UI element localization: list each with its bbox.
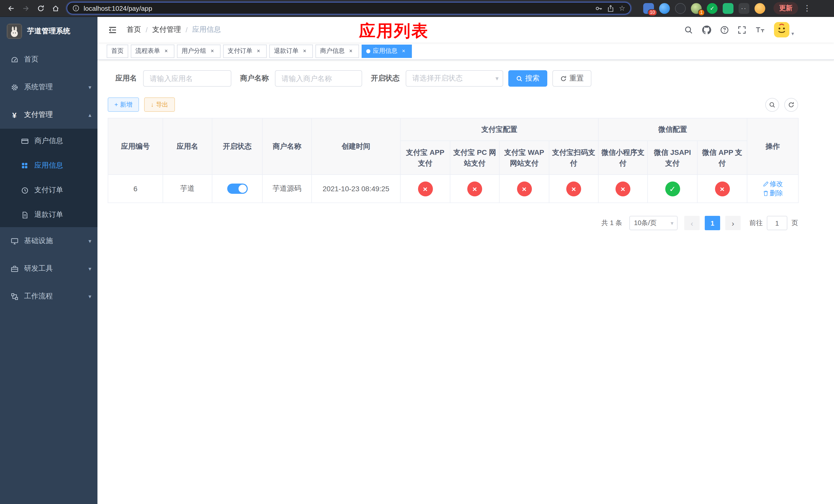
address-bar[interactable]: localhost:1024/pay/app ☆ xyxy=(67,2,631,14)
breadcrumb-home[interactable]: 首页 xyxy=(127,25,141,35)
close-icon[interactable]: × xyxy=(400,47,407,54)
sidebar-item-refund-order[interactable]: 退款订单 xyxy=(0,203,97,227)
github-icon[interactable] xyxy=(702,25,711,35)
table-row: 6 芋道 芋道源码 2021-10-23 08:49:25 × × × × × xyxy=(108,175,798,203)
share-icon[interactable] xyxy=(607,4,615,12)
reset-button[interactable]: 重置 xyxy=(552,70,591,87)
wechat-lite-status-icon: × xyxy=(615,181,630,196)
total-count: 共 1 条 xyxy=(601,219,622,228)
alipay-wap-status-icon: × xyxy=(517,181,532,196)
browser-menu-icon[interactable]: ⋮ xyxy=(803,4,811,13)
search-icon[interactable] xyxy=(684,25,693,34)
breadcrumb-payment[interactable]: 支付管理 xyxy=(152,25,181,35)
goto-page-input[interactable] xyxy=(767,216,787,230)
cell-app-name: 芋道 xyxy=(163,175,212,203)
extension-icon-2[interactable] xyxy=(659,3,670,14)
sidebar-item-payment[interactable]: ¥ 支付管理 ▴ xyxy=(0,101,97,129)
col-app-id: 应用编号 xyxy=(108,118,163,175)
extension-icon-8[interactable] xyxy=(754,3,765,14)
page-1-button[interactable]: 1 xyxy=(705,216,720,230)
sidebar-item-home[interactable]: 首页 xyxy=(0,46,97,73)
col-alipay-wap: 支付宝 WAP 网站支付 xyxy=(499,141,549,175)
reload-button[interactable] xyxy=(34,1,48,15)
app-logo-row[interactable]: 芋道管理系统 xyxy=(0,17,97,46)
export-button[interactable]: ↓ 导出 xyxy=(144,97,175,112)
url-text[interactable]: localhost:1024/pay/app xyxy=(84,4,591,12)
col-wechat-app: 微信 APP 支付 xyxy=(697,141,747,175)
password-key-icon[interactable] xyxy=(595,4,603,12)
close-icon[interactable]: × xyxy=(209,47,216,54)
font-size-icon[interactable] xyxy=(755,26,765,34)
site-info-icon[interactable] xyxy=(72,5,80,12)
tab-user-group[interactable]: 用户分组 × xyxy=(177,44,221,58)
fullscreen-icon[interactable] xyxy=(738,25,746,34)
tab-app-info[interactable]: 应用信息 × xyxy=(361,44,412,58)
col-app-name: 应用名 xyxy=(163,118,212,175)
home-button[interactable] xyxy=(49,1,63,15)
chevron-down-icon: ▾ xyxy=(791,31,794,38)
search-button[interactable]: 搜索 xyxy=(508,70,547,87)
sidebar-item-system[interactable]: 系统管理 ▾ xyxy=(0,73,97,101)
extension-icon-6[interactable] xyxy=(723,3,733,14)
sidebar-item-merchant-info[interactable]: 商户信息 xyxy=(0,129,97,153)
enabled-toggle[interactable] xyxy=(227,184,247,194)
tab-pay-order[interactable]: 支付订单 × xyxy=(223,44,267,58)
extension-icon-7[interactable]: ·· xyxy=(739,3,749,14)
help-icon[interactable] xyxy=(720,25,729,34)
delete-button[interactable]: 删除 xyxy=(763,189,783,198)
sidebar-toggle-icon[interactable] xyxy=(105,25,120,35)
page-size-select[interactable]: 10条/页 ▾ xyxy=(629,216,678,230)
edit-button[interactable]: 修改 xyxy=(763,180,783,189)
navbar-actions: ▾ xyxy=(684,22,794,38)
cell-merchant-name: 芋道源码 xyxy=(262,175,312,203)
user-menu[interactable]: ▾ xyxy=(774,22,794,38)
bookmark-star-icon[interactable]: ☆ xyxy=(619,4,625,12)
extension-icon-5[interactable]: ✓ xyxy=(707,3,718,14)
status-label: 开启状态 xyxy=(371,74,399,83)
col-status: 开启状态 xyxy=(212,118,262,175)
chevron-down-icon: ▾ xyxy=(88,293,91,300)
extension-badge: 1 xyxy=(698,9,705,16)
toggle-search-button[interactable] xyxy=(765,98,779,112)
wechat-jsapi-status-icon: ✓ xyxy=(665,181,680,196)
extension-icon-4[interactable]: 1 xyxy=(691,3,702,14)
extension-icon-3[interactable] xyxy=(675,3,686,14)
merchant-name-input[interactable] xyxy=(275,70,362,87)
status-select[interactable]: 请选择开启状态 ▾ xyxy=(406,70,503,87)
tab-home[interactable]: 首页 xyxy=(107,44,128,58)
sidebar-item-pay-order[interactable]: 支付订单 xyxy=(0,178,97,203)
chevron-up-icon: ▴ xyxy=(88,112,91,118)
add-button[interactable]: + 新增 xyxy=(108,97,139,112)
forward-button[interactable] xyxy=(19,1,33,15)
credit-card-icon xyxy=(21,137,29,145)
refresh-button[interactable] xyxy=(784,98,798,112)
tab-merchant-info[interactable]: 商户信息 × xyxy=(315,44,359,58)
app-name-input[interactable] xyxy=(143,70,231,87)
prev-page-button[interactable]: ‹ xyxy=(684,216,700,230)
close-icon[interactable]: × xyxy=(301,47,308,54)
alipay-scan-status-icon: × xyxy=(566,181,581,196)
browser-update-button[interactable]: 更新 xyxy=(773,2,798,14)
app-logo xyxy=(7,24,22,39)
sidebar-item-dev-tools[interactable]: 研发工具 ▾ xyxy=(0,255,97,282)
col-alipay-pc: 支付宝 PC 网站支付 xyxy=(450,141,499,175)
back-button[interactable] xyxy=(4,1,18,15)
gear-icon xyxy=(10,83,19,91)
document-icon xyxy=(21,211,29,219)
next-page-button[interactable]: › xyxy=(725,216,741,230)
sidebar-item-workflow[interactable]: 工作流程 ▾ xyxy=(0,282,97,310)
sidebar-item-app-info[interactable]: 应用信息 xyxy=(0,153,97,178)
top-navbar: 首页 / 支付管理 / 应用信息 应用列表 xyxy=(97,17,834,43)
chevron-down-icon: ▾ xyxy=(671,220,674,226)
page-unit-label: 页 xyxy=(791,219,798,228)
extension-icon-1[interactable]: 10 xyxy=(643,3,654,14)
tab-process-form[interactable]: 流程表单 × xyxy=(131,44,174,58)
close-icon[interactable]: × xyxy=(162,47,170,54)
sidebar-item-infra[interactable]: 基础设施 ▾ xyxy=(0,227,97,255)
close-icon[interactable]: × xyxy=(347,47,354,54)
close-icon[interactable]: × xyxy=(255,47,262,54)
workflow-icon xyxy=(10,292,19,300)
col-alipay-scan: 支付宝扫码支付 xyxy=(549,141,598,175)
tab-refund-order[interactable]: 退款订单 × xyxy=(269,44,313,58)
app-name-label: 应用名 xyxy=(115,74,137,83)
